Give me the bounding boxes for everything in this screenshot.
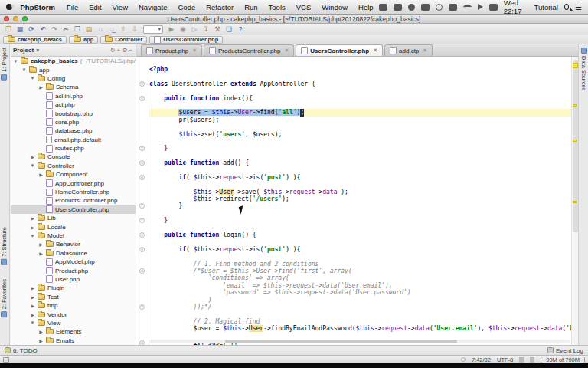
- breadcrumb-cakephp_basics[interactable]: cakephp_basics: [3, 36, 67, 44]
- synchronize-button[interactable]: ⟳: [26, 25, 37, 34]
- tree-item-tmp[interactable]: ▶tmp: [11, 301, 136, 310]
- tree-item-elements[interactable]: ▶Elements: [11, 327, 136, 336]
- tab-close-icon[interactable]: ✕: [192, 48, 197, 54]
- tab-userscontroller-php[interactable]: UsersController.php✕: [296, 44, 383, 56]
- tree-item-behavior[interactable]: ▶Behavior: [11, 240, 136, 248]
- tree-item-vendor[interactable]: ▶Vendor: [11, 310, 136, 318]
- error-stripe-mark-2[interactable]: [573, 140, 577, 142]
- tree-expand-arrow[interactable]: ▶: [38, 242, 44, 247]
- display-icon[interactable]: [394, 4, 402, 11]
- gutter[interactable]: [136, 109, 149, 116]
- breadcrumb-userscontroller-php[interactable]: UsersController.php: [149, 36, 223, 44]
- menu-tools[interactable]: Tools: [263, 3, 291, 12]
- tree-item-homecontroller-php[interactable]: HomeController.php: [11, 188, 136, 196]
- file-encoding[interactable]: UTF-8: [497, 356, 513, 363]
- tab-productscontroller-php[interactable]: ProductsController.php✕: [204, 44, 294, 56]
- code-editor[interactable]: <?phpvclass UsersController extends AppC…: [136, 57, 578, 345]
- error-stripe-mark-1[interactable]: [573, 104, 577, 107]
- gutter[interactable]: [136, 253, 149, 260]
- gutter[interactable]: [136, 181, 149, 188]
- gutter[interactable]: [136, 310, 149, 317]
- tab-close-icon[interactable]: ✕: [284, 48, 289, 54]
- tree-expand-arrow[interactable]: ▶: [38, 251, 44, 256]
- fold-down-icon[interactable]: v: [139, 175, 145, 180]
- tree-item-bootstrap-php[interactable]: bootstrap.php: [11, 109, 136, 117]
- error-stripe-mark-0[interactable]: [573, 63, 578, 68]
- gutter[interactable]: [136, 131, 149, 138]
- error-stripe-mark-3[interactable]: [573, 201, 577, 203]
- paste-button[interactable]: ▤: [83, 25, 94, 34]
- gutter[interactable]: [136, 87, 149, 94]
- tree-item-test[interactable]: ▶Test: [11, 293, 136, 301]
- tree-item-productscontroller-php[interactable]: ProductsController.php: [11, 196, 136, 205]
- input-source-icon[interactable]: [489, 4, 498, 11]
- gutter[interactable]: ^: [136, 304, 149, 310]
- tool-window-button-data-sources[interactable]: Data Sources: [580, 48, 587, 90]
- tree-item-datasource[interactable]: ▶Datasource: [11, 249, 136, 258]
- tree-collapse-arrow[interactable]: ▼: [30, 234, 35, 238]
- fold-up-icon[interactable]: ^: [139, 146, 145, 151]
- gutter[interactable]: [136, 225, 149, 232]
- update-button[interactable]: ⇩: [129, 25, 140, 34]
- tree-item-console[interactable]: ▶Console: [11, 153, 136, 161]
- project-view-dropdown-icon[interactable]: ▾: [35, 47, 40, 54]
- gutter[interactable]: [136, 196, 149, 202]
- cut-button[interactable]: ✂: [60, 25, 71, 34]
- vertical-scrollbar[interactable]: [571, 57, 578, 345]
- tab-add-ctp[interactable]: add.ctp✕: [384, 44, 433, 56]
- tree-expand-arrow[interactable]: ▶: [30, 294, 35, 300]
- menu-phpstorm[interactable]: PhpStorm: [21, 3, 61, 12]
- inspections-hector-icon[interactable]: [530, 356, 534, 363]
- airplay-icon[interactable]: [421, 4, 430, 11]
- tree-collapse-arrow[interactable]: ▼: [13, 59, 18, 64]
- commit-button[interactable]: ⇧: [118, 25, 129, 34]
- gutter[interactable]: [136, 238, 149, 245]
- gutter[interactable]: v: [136, 80, 149, 87]
- tree-item-user-php[interactable]: User.php: [11, 275, 136, 284]
- menu-vcs[interactable]: VCS: [291, 3, 317, 12]
- menu-code[interactable]: Code: [173, 3, 201, 12]
- gutter[interactable]: [136, 282, 149, 289]
- notifications-icon[interactable]: [408, 4, 415, 11]
- tab-product-php[interactable]: Product.php✕: [141, 44, 202, 56]
- lock-icon[interactable]: [519, 356, 524, 363]
- breadcrumb-controller[interactable]: Controller: [100, 36, 147, 44]
- tree-expand-arrow[interactable]: ▶: [30, 154, 35, 159]
- gutter[interactable]: v: [136, 232, 149, 238]
- caret-position[interactable]: 7:42/32: [472, 356, 491, 363]
- fold-down-icon[interactable]: v: [139, 232, 145, 238]
- tree-expand-arrow[interactable]: ▶: [38, 329, 44, 334]
- gutter[interactable]: [136, 189, 149, 196]
- time-machine-icon[interactable]: [379, 4, 387, 11]
- menu-bar-clock[interactable]: Wed 22:17: [504, 0, 528, 15]
- gutter[interactable]: v: [136, 159, 149, 166]
- gutter[interactable]: [136, 138, 149, 145]
- open-button[interactable]: ❒: [3, 25, 14, 34]
- tree-item-product-php[interactable]: Product.php: [11, 266, 136, 274]
- tree-item-component[interactable]: ▶Component: [11, 170, 136, 179]
- project-header-icon-2[interactable]: ⚙: [121, 47, 128, 54]
- clock-icon[interactable]: [436, 4, 443, 11]
- tree-expand-arrow[interactable]: ▶: [30, 285, 35, 291]
- tree-item-appcontroller-php[interactable]: AppController.php: [11, 179, 136, 187]
- tool-window-button-project[interactable]: 1: Project: [1, 48, 8, 80]
- save-all-button[interactable]: ▦: [15, 25, 25, 34]
- tree-expand-arrow[interactable]: ▶: [38, 338, 44, 343]
- fold-down-icon[interactable]: v: [139, 81, 145, 87]
- tab-close-icon[interactable]: ✕: [423, 48, 427, 54]
- redo-button[interactable]: ↷: [49, 25, 60, 34]
- tree-expand-arrow[interactable]: ▶: [30, 215, 35, 221]
- export-button[interactable]: ❏: [224, 25, 234, 34]
- tree-expand-arrow[interactable]: ▶: [30, 303, 35, 308]
- settings-button[interactable]: ⚒: [212, 25, 223, 34]
- gutter[interactable]: ^: [136, 217, 149, 224]
- gutter[interactable]: [136, 123, 149, 130]
- gutter[interactable]: [136, 274, 149, 281]
- event-log-button[interactable]: Event Log: [556, 347, 583, 354]
- tree-collapse-arrow[interactable]: ▼: [30, 163, 35, 168]
- gutter[interactable]: [136, 261, 149, 268]
- spotlight-search-icon[interactable]: [564, 4, 569, 10]
- horizontal-scrollbar[interactable]: [149, 340, 570, 343]
- gutter[interactable]: [136, 325, 149, 332]
- breadcrumb-app[interactable]: app: [69, 36, 98, 44]
